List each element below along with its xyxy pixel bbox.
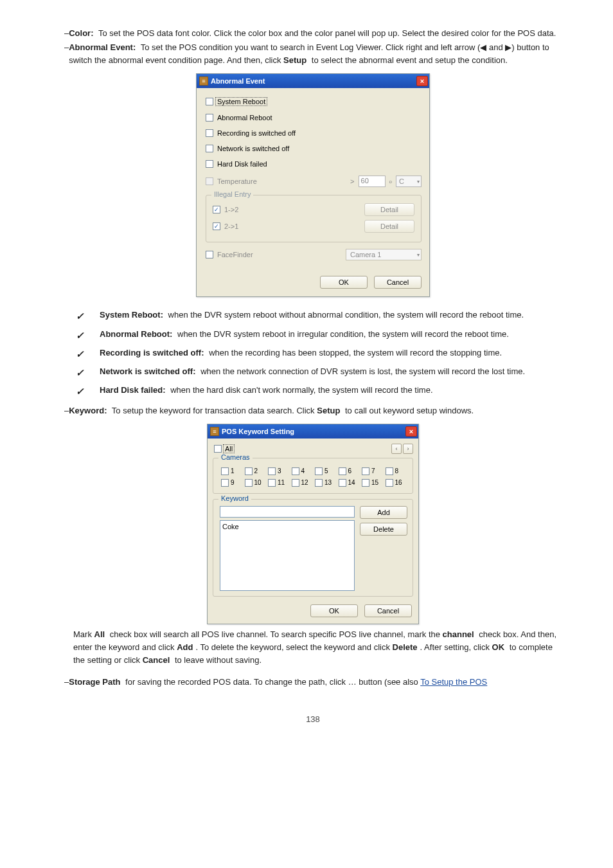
check-icon: ✓: [76, 347, 84, 361]
degree-symbol: o: [389, 179, 392, 185]
check-icon: ✓: [76, 328, 84, 343]
add-button[interactable]: Add: [360, 506, 407, 519]
camera-checkbox-9[interactable]: 9: [221, 479, 241, 487]
abnormal-label: Abnormal Event:: [69, 42, 138, 52]
temperature-unit-select[interactable]: C ▾: [396, 176, 422, 187]
ok-button[interactable]: OK: [310, 604, 358, 617]
close-icon[interactable]: ×: [416, 76, 428, 86]
camera-checkbox-16[interactable]: 16: [386, 479, 405, 487]
storage-label: Storage Path: [69, 677, 123, 687]
detail-button-2[interactable]: Detail: [364, 220, 414, 233]
ok-button[interactable]: OK: [320, 276, 368, 289]
bullet-list: ✓System Reboot: when the DVR system rebo…: [76, 309, 562, 399]
system-reboot-label: System Reboot: [215, 97, 267, 106]
camera-checkbox-6[interactable]: 6: [339, 467, 359, 475]
recording-off-checkbox[interactable]: [206, 129, 213, 137]
camera-checkbox-12[interactable]: 12: [292, 479, 312, 487]
camera-checkbox-3[interactable]: 3: [268, 467, 288, 475]
recording-off-label: Recording is switched off: [217, 129, 296, 137]
gt-symbol: >: [350, 177, 354, 185]
hdd-failed-checkbox[interactable]: [206, 160, 213, 168]
color-label: Color:: [69, 28, 96, 38]
temperature-input[interactable]: 60: [359, 176, 386, 187]
close-icon[interactable]: ×: [405, 426, 417, 437]
cameras-legend: Cameras: [218, 453, 253, 461]
camera-checkbox-11[interactable]: 11: [268, 479, 288, 487]
camera-checkbox-5[interactable]: 5: [315, 467, 335, 475]
camera-checkbox-4[interactable]: 4: [292, 467, 312, 475]
storage-text: for saving the recorded POS data. To cha…: [125, 677, 420, 687]
camera-checkbox-1[interactable]: 1: [221, 467, 241, 475]
app-icon: ≡: [210, 427, 219, 436]
network-off-checkbox[interactable]: [206, 145, 213, 152]
nav-next-button[interactable]: ›: [403, 444, 413, 454]
camera-checkbox-2[interactable]: 2: [245, 467, 265, 475]
illegal-2-1-checkbox[interactable]: [213, 222, 220, 230]
keyword-legend: Keyword: [218, 494, 251, 502]
storage-link[interactable]: To Setup the POS: [420, 677, 487, 687]
system-reboot-checkbox[interactable]: [206, 98, 213, 105]
camera-checkbox-15[interactable]: 15: [362, 479, 382, 487]
page-number: 138: [64, 714, 562, 724]
keyword-group: Keyword Coke Add Delete: [213, 499, 413, 597]
camera-checkbox-10[interactable]: 10: [245, 479, 265, 487]
chevron-down-icon: ▾: [417, 252, 420, 258]
illegal-2-1-label: 2->1: [224, 222, 238, 230]
temperature-label: Temperature: [217, 177, 257, 185]
illegal-1-2-checkbox[interactable]: [213, 206, 220, 213]
facefinder-checkbox[interactable]: [206, 251, 213, 258]
app-icon: ≡: [199, 77, 208, 86]
titlebar[interactable]: ≡ POS Keyword Setting ×: [208, 424, 418, 439]
keyword-tail: to call out keyword setup windows.: [345, 406, 474, 415]
cancel-button[interactable]: Cancel: [374, 276, 422, 289]
abnormal-reboot-checkbox[interactable]: [206, 114, 213, 122]
setup-word-1: Setup: [283, 55, 309, 65]
check-icon: ✓: [76, 365, 84, 380]
chevron-down-icon: ▾: [417, 179, 420, 185]
illegal-entry-group: Illegal Entry 1->2 Detail 2->1 Detail: [206, 195, 422, 242]
keyword-list[interactable]: Coke: [220, 520, 355, 591]
color-text: To set the POS data font color. Click th…: [98, 28, 556, 38]
check-icon: ✓: [76, 384, 84, 399]
keyword-list-item[interactable]: Coke: [222, 523, 352, 530]
dialog-title: Abnormal Event: [211, 77, 265, 85]
dialog-title: POS Keyword Setting: [222, 428, 294, 435]
delete-button[interactable]: Delete: [360, 523, 407, 536]
facefinder-camera-select[interactable]: Camera 1 ▾: [346, 249, 422, 260]
temperature-checkbox[interactable]: [206, 177, 213, 185]
pos-keyword-dialog: ≡ POS Keyword Setting × All ‹ › Cameras …: [207, 424, 419, 624]
illegal-entry-legend: Illegal Entry: [211, 190, 253, 198]
all-label: All: [223, 444, 235, 453]
check-icon: ✓: [76, 309, 84, 323]
camera-checkbox-8[interactable]: 8: [386, 467, 405, 475]
camera-checkbox-13[interactable]: 13: [315, 479, 335, 487]
camera-checkbox-7[interactable]: 7: [362, 467, 382, 475]
cancel-button[interactable]: Cancel: [364, 604, 412, 617]
illegal-1-2-label: 1->2: [224, 206, 238, 213]
setup-word-2: Setup: [317, 406, 342, 415]
facefinder-label: FaceFinder: [217, 251, 253, 258]
camera-checkbox-14[interactable]: 14: [339, 479, 359, 487]
network-off-label: Network is switched off: [217, 145, 289, 152]
titlebar[interactable]: ≡ Abnormal Event ×: [197, 74, 429, 88]
detail-button-1[interactable]: Detail: [364, 203, 414, 216]
hdd-failed-label: Hard Disk failed: [217, 160, 267, 168]
abnormal-reboot-label: Abnormal Reboot: [217, 114, 272, 122]
keyword-label: Keyword:: [69, 406, 109, 415]
nav-prev-button[interactable]: ‹: [391, 444, 402, 454]
final-text: Mark All check box will search all POS l…: [73, 629, 556, 665]
abnormal-event-dialog: ≡ Abnormal Event × System Reboot Abnorma…: [196, 73, 430, 297]
keyword-input[interactable]: [220, 506, 355, 518]
keyword-text: To setup the keyword for transaction dat…: [112, 406, 317, 415]
abnormal-text-2: to select the abnormal event and setup t…: [312, 55, 508, 65]
all-checkbox[interactable]: [214, 445, 222, 453]
cameras-group: Cameras 12345678910111213141516: [213, 458, 413, 494]
